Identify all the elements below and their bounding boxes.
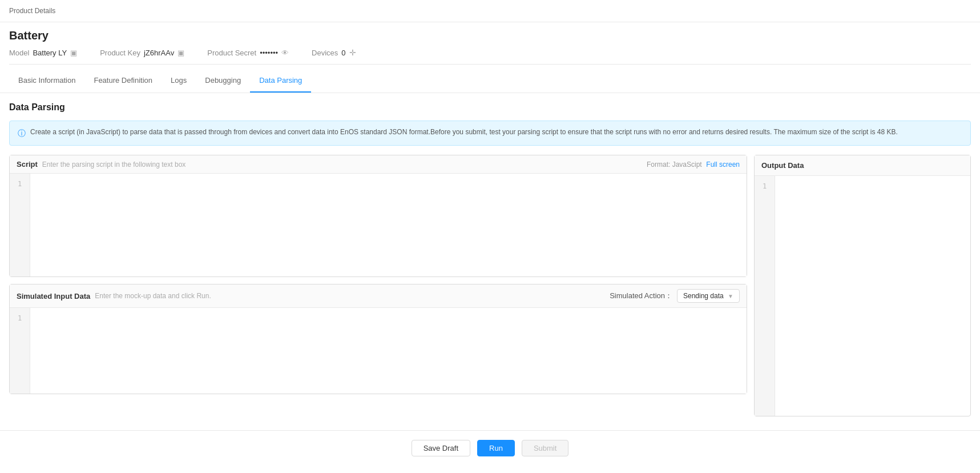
product-key-meta: Product Key jZ6hrAAv ▣ (100, 49, 184, 57)
simulated-editor: 1 (10, 308, 747, 394)
output-line-numbers: 1 (755, 176, 775, 416)
product-secret-label: Product Secret (207, 49, 256, 57)
simulated-header-right: Simulated Action： Sending data ▼ (610, 289, 740, 303)
product-secret-meta: Product Secret ••••••• 👁 (207, 49, 289, 57)
info-banner-text: Create a script (in JavaScript) to parse… (30, 127, 898, 137)
script-panel-header: Script Enter the parsing script in the f… (10, 155, 747, 174)
tabs-bar: Basic Information Feature Definition Log… (0, 69, 980, 93)
output-body: 1 (755, 176, 970, 416)
info-icon: ⓘ (18, 127, 26, 139)
section-title: Data Parsing (9, 102, 971, 113)
simulated-textarea[interactable] (30, 308, 747, 394)
output-content (775, 176, 970, 416)
script-fullscreen-link[interactable]: Full screen (706, 161, 740, 169)
editor-layout: Script Enter the parsing script in the f… (9, 155, 971, 416)
save-draft-button[interactable]: Save Draft (412, 440, 470, 456)
tab-debugging[interactable]: Debugging (196, 69, 250, 93)
tab-data-parsing[interactable]: Data Parsing (250, 69, 311, 93)
simulated-header: Simulated Input Data Enter the mock-up d… (10, 284, 747, 308)
output-panel-container: Output Data 1 (754, 155, 971, 416)
meta-row: Model Battery LY ▣ Product Key jZ6hrAAv … (9, 48, 971, 65)
script-line-numbers: 1 (10, 174, 30, 276)
devices-add-icon[interactable]: ✛ (349, 48, 356, 57)
tab-logs[interactable]: Logs (162, 69, 196, 93)
simulated-line-numbers: 1 (10, 308, 30, 394)
script-editor: 1 (10, 174, 747, 276)
simulated-placeholder: Enter the mock-up data and click Run. (95, 292, 211, 300)
model-meta: Model Battery LY ▣ (9, 49, 77, 57)
model-label: Model (9, 49, 29, 57)
product-secret-eye-icon[interactable]: 👁 (281, 49, 289, 57)
product-secret-value: ••••••• (260, 49, 278, 57)
script-header-left: Script Enter the parsing script in the f… (17, 160, 185, 169)
simulated-action-value: Sending data (683, 292, 724, 300)
script-format-label: Format: JavaScipt (647, 161, 702, 169)
info-banner: ⓘ Create a script (in JavaScript) to par… (9, 121, 971, 146)
script-placeholder: Enter the parsing script in the followin… (42, 161, 185, 169)
footer-bar: Save Draft Run Submit (0, 430, 980, 466)
product-key-value: jZ6hrAAv (144, 49, 174, 57)
simulated-header-left: Simulated Input Data Enter the mock-up d… (17, 292, 211, 300)
output-panel-header: Output Data (755, 155, 970, 176)
chevron-down-icon: ▼ (728, 293, 733, 299)
model-copy-icon[interactable]: ▣ (70, 49, 77, 57)
submit-button: Submit (522, 440, 568, 456)
script-panel: Script Enter the parsing script in the f… (9, 155, 747, 277)
simulated-label: Simulated Input Data (17, 292, 90, 300)
script-textarea[interactable] (30, 174, 747, 276)
script-label: Script (17, 160, 38, 169)
product-key-copy-icon[interactable]: ▣ (178, 49, 184, 57)
breadcrumb: Product Details (0, 0, 980, 22)
simulated-panel: Simulated Input Data Enter the mock-up d… (9, 284, 747, 394)
simulated-action-label: Simulated Action： (610, 291, 672, 301)
editor-left: Script Enter the parsing script in the f… (9, 155, 747, 416)
devices-value: 0 (341, 49, 345, 57)
tab-basic-information[interactable]: Basic Information (9, 69, 84, 93)
content-area: Data Parsing ⓘ Create a script (in JavaS… (0, 93, 980, 426)
devices-meta: Devices 0 ✛ (312, 48, 356, 57)
product-key-label: Product Key (100, 49, 140, 57)
page-header: Battery Model Battery LY ▣ Product Key j… (0, 22, 980, 69)
run-button[interactable]: Run (477, 440, 515, 456)
output-panel-title: Output Data (761, 161, 804, 170)
model-value: Battery LY (33, 49, 67, 57)
output-panel: Output Data 1 (754, 155, 971, 416)
page-title: Battery (9, 29, 971, 42)
devices-label: Devices (312, 49, 338, 57)
script-header-right: Format: JavaScipt Full screen (647, 160, 740, 169)
tab-feature-definition[interactable]: Feature Definition (84, 69, 162, 93)
simulated-action-select[interactable]: Sending data ▼ (677, 289, 740, 303)
